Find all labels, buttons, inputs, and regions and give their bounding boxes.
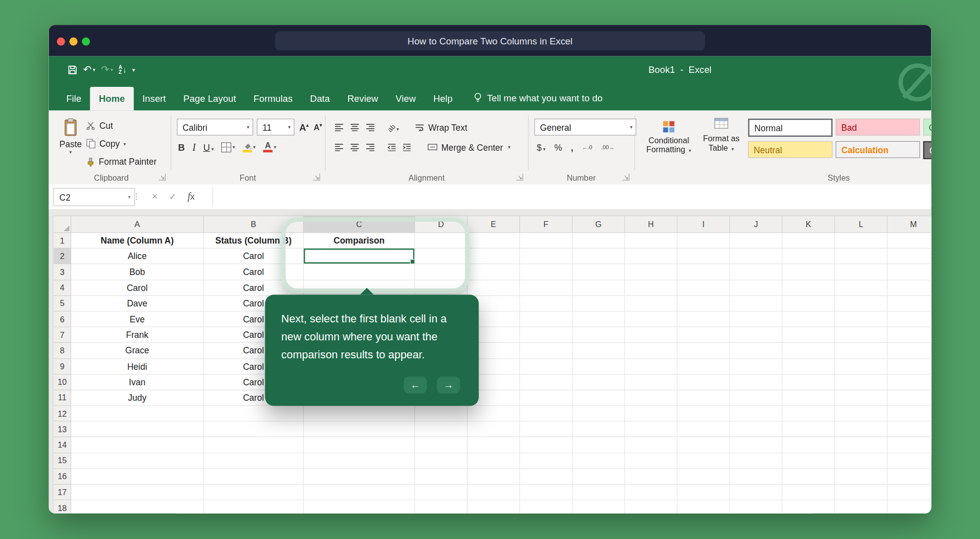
cell-H4[interactable]	[625, 280, 677, 296]
cell-D17[interactable]	[415, 485, 468, 501]
cell-I5[interactable]	[677, 296, 730, 312]
col-header-E[interactable]: E	[468, 216, 520, 233]
cell-F5[interactable]	[520, 296, 572, 312]
cell-M9[interactable]	[888, 359, 932, 375]
row-header-1[interactable]: 1	[54, 233, 71, 249]
row-header-5[interactable]: 5	[54, 296, 71, 312]
cell-J10[interactable]	[730, 374, 783, 390]
row-header-7[interactable]: 7	[54, 327, 71, 343]
borders-button[interactable]: ▾	[221, 142, 235, 152]
cell-G12[interactable]	[572, 406, 625, 422]
cell-H15[interactable]	[625, 453, 677, 469]
cell-L13[interactable]	[835, 422, 888, 438]
cell-G11[interactable]	[572, 390, 625, 406]
align-left-button[interactable]	[334, 143, 344, 151]
wrap-text-button[interactable]: Wrap Text	[415, 122, 468, 132]
percent-format-button[interactable]: %	[554, 142, 562, 152]
cell-D4[interactable]	[415, 280, 468, 296]
cell-E2[interactable]	[468, 249, 520, 265]
row-header-15[interactable]: 15	[54, 453, 71, 469]
col-header-G[interactable]: G	[572, 216, 625, 233]
merge-center-button[interactable]: Merge & Center ▾	[428, 142, 510, 152]
tab-insert[interactable]: Insert	[134, 87, 175, 111]
name-box[interactable]: C2 ▾	[53, 188, 135, 206]
cell-J8[interactable]	[730, 343, 783, 359]
cell-A3[interactable]: Bob	[71, 265, 204, 280]
col-header-A[interactable]: A	[71, 216, 204, 233]
cell-G17[interactable]	[572, 485, 625, 501]
cell-G16[interactable]	[572, 469, 625, 485]
row-header-13[interactable]: 13	[54, 422, 71, 438]
cell-H3[interactable]	[625, 265, 677, 280]
cell-K6[interactable]	[783, 311, 835, 327]
cell-L10[interactable]	[835, 374, 888, 390]
cell-M6[interactable]	[888, 311, 932, 327]
cell-J1[interactable]	[730, 233, 783, 249]
cell-A7[interactable]: Frank	[71, 327, 204, 343]
insert-function-button[interactable]: fx	[187, 191, 194, 202]
cell-K14[interactable]	[783, 437, 835, 453]
cell-F12[interactable]	[520, 406, 572, 422]
cell-I14[interactable]	[677, 437, 730, 453]
cell-K4[interactable]	[783, 280, 835, 296]
clipboard-dialog-launcher[interactable]: ↘	[159, 174, 166, 181]
cell-M12[interactable]	[888, 406, 932, 422]
cell-F18[interactable]	[520, 501, 572, 514]
cell-J17[interactable]	[730, 485, 783, 501]
cell-D2[interactable]	[415, 249, 468, 265]
cell-L6[interactable]	[835, 311, 888, 327]
comma-format-button[interactable]: ,	[571, 142, 573, 152]
increase-font-size-button[interactable]: A▴	[299, 122, 309, 132]
font-color-button[interactable]: A ▾	[263, 142, 276, 152]
col-header-L[interactable]: L	[835, 216, 888, 233]
decrease-indent-button[interactable]	[388, 143, 397, 151]
cell-I9[interactable]	[677, 359, 730, 375]
cell-E17[interactable]	[468, 485, 520, 501]
cell-B12[interactable]	[204, 406, 304, 422]
cell-B1[interactable]: Status (Column B)	[204, 233, 304, 249]
cell-I1[interactable]	[677, 233, 730, 249]
cell-L9[interactable]	[835, 359, 888, 375]
bold-button[interactable]: B	[178, 142, 185, 152]
cell-I18[interactable]	[677, 501, 730, 514]
cell-I12[interactable]	[677, 406, 730, 422]
cell-I17[interactable]	[677, 485, 730, 501]
cell-H6[interactable]	[625, 311, 677, 327]
cell-F1[interactable]	[520, 233, 572, 249]
undo-button[interactable]: ↶ ▾	[83, 65, 95, 75]
cell-A2[interactable]: Alice	[71, 249, 204, 265]
cell-L8[interactable]	[835, 343, 888, 359]
cell-L12[interactable]	[835, 406, 888, 422]
cell-D13[interactable]	[415, 422, 468, 438]
cell-G5[interactable]	[572, 296, 625, 312]
cell-D18[interactable]	[415, 501, 468, 514]
cell-M18[interactable]	[888, 501, 932, 514]
cell-I7[interactable]	[677, 327, 730, 343]
row-header-3[interactable]: 3	[54, 265, 71, 280]
align-bottom-button[interactable]	[366, 123, 375, 131]
cell-I13[interactable]	[677, 422, 730, 438]
underline-button[interactable]: U▾	[203, 142, 214, 152]
increase-decimal-button[interactable]: ←.0	[582, 144, 592, 150]
cell-D1[interactable]	[415, 233, 468, 249]
cell-E1[interactable]	[468, 233, 520, 249]
cell-H14[interactable]	[625, 437, 677, 453]
font-size-combobox[interactable]: 11 ▾	[257, 119, 294, 136]
cell-H2[interactable]	[625, 249, 677, 265]
cell-H8[interactable]	[625, 343, 677, 359]
cell-A4[interactable]: Carol	[71, 280, 204, 296]
redo-button[interactable]: ↷ ▾	[101, 65, 113, 75]
cell-M15[interactable]	[888, 453, 932, 469]
cell-E13[interactable]	[468, 422, 520, 438]
col-header-D[interactable]: D	[415, 216, 468, 233]
cell-G1[interactable]	[572, 233, 625, 249]
cell-G14[interactable]	[572, 437, 625, 453]
cell-K12[interactable]	[783, 406, 835, 422]
cell-M13[interactable]	[888, 422, 932, 438]
cell-C17[interactable]	[304, 485, 415, 501]
format-as-table-button[interactable]: Format as Table ▾	[699, 118, 744, 153]
tab-page-layout[interactable]: Page Layout	[175, 87, 245, 111]
font-dialog-launcher[interactable]: ↘	[313, 174, 320, 181]
cell-F15[interactable]	[520, 453, 572, 469]
cell-A9[interactable]: Heidi	[71, 359, 204, 375]
